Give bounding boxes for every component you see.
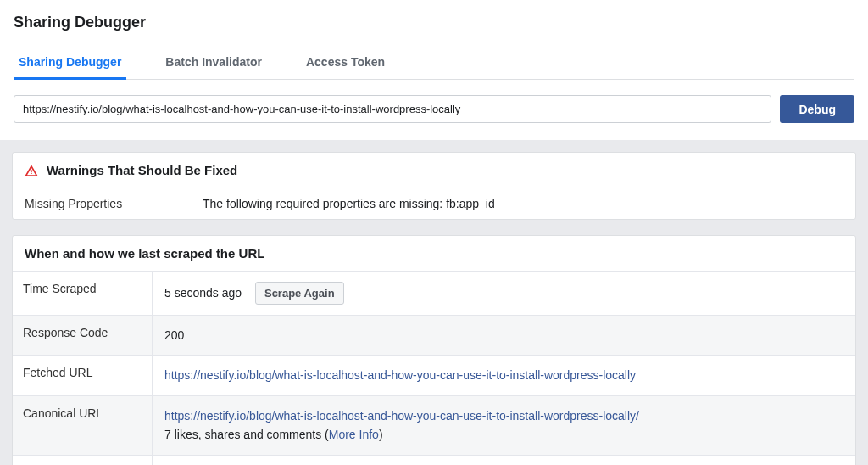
row-fetched-url: Fetched URL https://nestify.io/blog/what… [13, 355, 855, 395]
fetched-url-value: https://nestify.io/blog/what-is-localhos… [153, 356, 855, 395]
fetched-url-link[interactable]: https://nestify.io/blog/what-is-localhos… [164, 368, 636, 382]
debug-input-row: Debug [14, 95, 854, 123]
scrape-table: Time Scraped 5 seconds ago Scrape Again … [13, 271, 855, 465]
row-time-scraped: Time Scraped 5 seconds ago Scrape Again [13, 271, 855, 315]
time-scraped-text: 5 seconds ago [164, 286, 242, 300]
canonical-url-link[interactable]: https://nestify.io/blog/what-is-localhos… [164, 409, 639, 423]
url-input[interactable] [14, 95, 771, 123]
warnings-card: Warnings That Should Be Fixed Missing Pr… [12, 152, 856, 220]
time-scraped-label: Time Scraped [13, 272, 153, 315]
canonical-url-value: https://nestify.io/blog/what-is-localhos… [153, 396, 855, 455]
redirect-path-value: Input URL ➔ https://nestify.io/blog/what… [153, 456, 855, 465]
time-scraped-value: 5 seconds ago Scrape Again [153, 272, 855, 315]
tab-batch-invalidator[interactable]: Batch Invalidator [160, 47, 267, 79]
warnings-heading: Warnings That Should Be Fixed [13, 153, 855, 188]
debug-button[interactable]: Debug [780, 95, 854, 123]
warning-value: The following required properties are mi… [203, 197, 843, 210]
canonical-stats-prefix: 7 likes, shares and comments ( [164, 428, 329, 441]
scrape-card: When and how we last scraped the URL Tim… [12, 235, 856, 465]
tab-access-token[interactable]: Access Token [301, 47, 390, 79]
response-code-value: 200 [153, 316, 855, 355]
row-redirect-path: Redirect Path Input URL ➔ https://nestif… [13, 455, 855, 465]
scrape-heading-text: When and how we last scraped the URL [25, 246, 264, 261]
redirect-path-label: Redirect Path [13, 456, 153, 465]
canonical-url-label: Canonical URL [13, 396, 153, 455]
tab-sharing-debugger[interactable]: Sharing Debugger [14, 47, 126, 79]
more-info-link[interactable]: More Info [329, 428, 379, 441]
results-area: Warnings That Should Be Fixed Missing Pr… [0, 140, 868, 465]
canonical-stats-suffix: ) [379, 428, 383, 441]
fetched-url-label: Fetched URL [13, 356, 153, 395]
row-response-code: Response Code 200 [13, 315, 855, 355]
warning-label: Missing Properties [25, 197, 203, 210]
warning-row: Missing Properties The following require… [13, 188, 855, 219]
scrape-again-button[interactable]: Scrape Again [255, 282, 344, 305]
warning-icon [25, 164, 38, 177]
tabs: Sharing Debugger Batch Invalidator Acces… [14, 47, 854, 80]
row-canonical-url: Canonical URL https://nestify.io/blog/wh… [13, 395, 855, 455]
response-code-label: Response Code [13, 316, 153, 355]
scrape-heading: When and how we last scraped the URL [13, 236, 855, 271]
warnings-heading-text: Warnings That Should Be Fixed [47, 163, 237, 177]
page-title: Sharing Debugger [14, 14, 854, 31]
